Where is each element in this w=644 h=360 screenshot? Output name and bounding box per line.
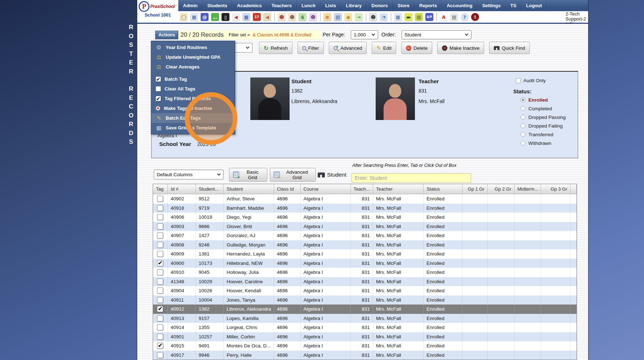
- table-row[interactable]: 409029512Arthur, Steve4696Algebra I831Mr…: [153, 194, 577, 204]
- nav-item-ts[interactable]: TS: [506, 0, 522, 11]
- row-tag-checkbox[interactable]: [157, 288, 163, 294]
- row-tag-checkbox[interactable]: [157, 214, 163, 220]
- nav-item-reports[interactable]: Reports: [415, 0, 442, 11]
- ap-icon[interactable]: A/P: [425, 13, 433, 21]
- table-row[interactable]: ✔409121382Libreros, Aleksandra4696Algebr…: [153, 305, 577, 314]
- table-row[interactable]: 409071427Gonzalez, AJ4696Algebra I831Mrs…: [153, 231, 577, 240]
- chat-icon[interactable]: …: [211, 13, 219, 21]
- nav-item-admin[interactable]: Admin: [178, 0, 202, 11]
- column-header-gp-2-gr[interactable]: Gp 2 Gr: [488, 184, 515, 194]
- row-tag-checkbox[interactable]: [157, 232, 163, 239]
- row-tag-checkbox[interactable]: ✔: [157, 343, 163, 349]
- column-header-tag[interactable]: Tag: [153, 184, 168, 194]
- column-header-teach[interactable]: Teach...: [351, 184, 373, 194]
- nav-item-lists[interactable]: Lists: [321, 0, 341, 11]
- row-tag-checkbox[interactable]: [157, 324, 163, 330]
- add-student-icon[interactable]: ☻: [278, 13, 286, 21]
- megaphone-icon[interactable]: ◀: [263, 13, 271, 21]
- table-row[interactable]: 409109045Holloway, Julia4696Algebra I831…: [153, 268, 577, 277]
- column-header-student[interactable]: Student: [224, 184, 274, 194]
- calendar-date-icon[interactable]: 17: [253, 13, 261, 21]
- table-row[interactable]: 409139157Lopes, Kamilla4696Algebra I831M…: [153, 314, 577, 323]
- search-icon[interactable]: ◯: [180, 13, 188, 21]
- register-icon[interactable]: ▤: [415, 13, 423, 21]
- column-header-student[interactable]: Student...: [196, 184, 224, 194]
- money-icon[interactable]: $: [299, 13, 307, 21]
- columns-select[interactable]: Default Columns: [154, 170, 224, 179]
- basic-grid-button[interactable]: + Basic Grid: [229, 168, 267, 182]
- table-row[interactable]: 409141355Lorgeat, Chris4696Algebra I831M…: [153, 323, 577, 332]
- employee-icon[interactable]: ☻: [369, 13, 377, 21]
- table-row[interactable]: ✔409159491Montes De Oca, D...4696Algebra…: [153, 341, 577, 351]
- row-tag-checkbox[interactable]: ✔: [157, 260, 163, 266]
- nav-item-accounting[interactable]: Accounting: [442, 0, 478, 11]
- audit-only-checkbox[interactable]: [516, 78, 521, 83]
- row-tag-checkbox[interactable]: [157, 251, 163, 257]
- print-icon[interactable]: ▤: [450, 13, 458, 21]
- row-tag-checkbox[interactable]: [157, 223, 163, 230]
- audit-only-checkbox-row[interactable]: Audit Only: [516, 78, 546, 83]
- nav-item-academics[interactable]: Academics: [232, 0, 267, 11]
- per-page-select[interactable]: 1,000: [351, 30, 378, 39]
- table-row[interactable]: 409039666Glover, Britt4696Algebra I831Mr…: [153, 222, 577, 231]
- schedule-icon[interactable]: ▦: [242, 13, 250, 21]
- row-tag-checkbox[interactable]: [157, 242, 163, 248]
- status-radio-transferred[interactable]: Transferred: [520, 130, 566, 139]
- menu-item-year-end-routines[interactable]: ⚙Year End Routines: [151, 43, 235, 52]
- quick-find-button[interactable]: Quick Find: [489, 42, 530, 54]
- row-tag-checkbox[interactable]: ✔: [157, 306, 163, 312]
- notebook-icon[interactable]: ▤: [334, 13, 342, 21]
- help-icon[interactable]: ?: [461, 13, 469, 21]
- menu-item-tag-filtered-records[interactable]: ✔Tag Filtered Records: [151, 94, 235, 103]
- calculator-icon[interactable]: ▦: [394, 13, 402, 21]
- row-tag-checkbox[interactable]: [157, 297, 163, 303]
- menu-item-save-grid-as-template[interactable]: ▦Save Grid As Template: [151, 123, 235, 133]
- menu-item-update-unweighted-gpa[interactable]: ⚖Update Unweighted GPA: [151, 52, 235, 62]
- clock-icon[interactable]: ◔: [380, 13, 388, 21]
- column-header-midterm[interactable]: Midterm...: [515, 184, 541, 194]
- pdf-icon[interactable]: A: [440, 13, 448, 21]
- email-icon[interactable]: @: [201, 13, 209, 21]
- nav-item-teachers[interactable]: Teachers: [267, 0, 297, 11]
- phone-icon[interactable]: ▯: [222, 13, 229, 21]
- table-row[interactable]: 4134810029Hoover, Caroline4696Algebra I8…: [153, 277, 577, 286]
- delete-button[interactable]: –Delete: [401, 42, 432, 54]
- table-row[interactable]: 4090110257Miller, Corbin4696Algebra I831…: [153, 332, 577, 342]
- nav-item-donors[interactable]: Donors: [367, 0, 393, 11]
- nav-item-lunch[interactable]: Lunch: [297, 0, 321, 11]
- column-header-gp-1-gr[interactable]: Gp 1 Gr: [462, 184, 488, 194]
- refresh-button[interactable]: ↻Refresh: [259, 42, 292, 54]
- status-radio-withdrawn[interactable]: Withdrawn: [520, 139, 566, 147]
- menu-item-batch-edit-tags[interactable]: ✎Batch Edit Tags: [151, 113, 235, 123]
- table-row[interactable]: 4090410026Hoover, Kendall4696Algebra I83…: [153, 286, 577, 295]
- column-header-spacer[interactable]: [571, 184, 577, 194]
- edit-button[interactable]: ✎Edit: [372, 42, 396, 54]
- family-icon[interactable]: ☻: [309, 13, 317, 21]
- row-tag-checkbox[interactable]: [157, 196, 163, 202]
- table-row[interactable]: 409091381Hernandez, Layla4696Algebra I83…: [153, 249, 577, 259]
- menu-item-clear-averages[interactable]: ⚖Clear Averages: [151, 62, 235, 72]
- column-header-course[interactable]: Course: [301, 184, 351, 194]
- status-radio-dropped-failing[interactable]: Dropped Failing: [520, 121, 566, 130]
- calendar-grid-icon[interactable]: ▦: [190, 13, 198, 21]
- advanced-grid-button[interactable]: ✎ Advanced Grid: [270, 168, 316, 182]
- row-tag-checkbox[interactable]: [157, 279, 163, 285]
- table-row[interactable]: ✔4090010173Hillebrand, NEW4696Algebra I8…: [153, 259, 577, 268]
- nav-item-store[interactable]: Store: [393, 0, 415, 11]
- nav-item-library[interactable]: Library: [341, 0, 367, 11]
- status-radio-enrolled[interactable]: Enrolled: [520, 95, 566, 104]
- status-radio-completed[interactable]: Completed: [520, 104, 566, 113]
- status-radio-dropped-passing[interactable]: Dropped Passing: [520, 113, 566, 121]
- table-row[interactable]: 4091110004Jones, Tanya4696Algebra I831Mr…: [153, 295, 577, 305]
- row-tag-checkbox[interactable]: [157, 352, 163, 358]
- lunch-icon[interactable]: ≡: [323, 13, 331, 21]
- row-tag-checkbox[interactable]: [157, 205, 163, 211]
- bell-icon[interactable]: ◉: [344, 13, 352, 21]
- export-icon[interactable]: →: [355, 13, 363, 21]
- menu-item-make-tagged-inactive[interactable]: Make Tagged Inactive: [151, 103, 235, 113]
- table-row[interactable]: 4090610019Diego, Yegi4696Algebra I831Mrs…: [153, 213, 577, 222]
- table-row[interactable]: 409089246Gulledge, Morgan4696Algebra I83…: [153, 240, 577, 250]
- column-header-class-id[interactable]: Class Id: [274, 184, 301, 194]
- menu-item-clear-all-tags[interactable]: Clear All Tags: [151, 84, 235, 94]
- column-header-id[interactable]: Id #: [168, 184, 196, 194]
